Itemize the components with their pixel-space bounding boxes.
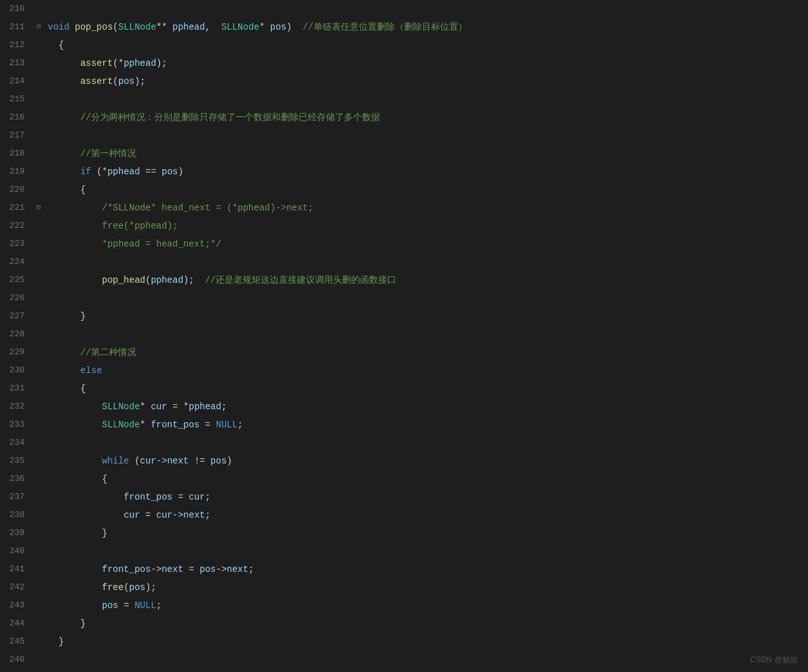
line-number: 245 <box>0 633 32 651</box>
line-content: { <box>45 181 808 199</box>
line-content: front_pos->next = pos->next; <box>45 560 808 578</box>
line-content: //第一种情况 <box>45 145 808 163</box>
code-line: 230 else <box>0 361 808 380</box>
fold-button[interactable]: ⊟ <box>32 18 45 36</box>
line-number: 220 <box>0 181 32 199</box>
line-content: /*SLLNode* head_next = (*pphead)->next; <box>45 199 808 217</box>
line-content: { <box>45 380 808 398</box>
code-line: 227 } <box>0 307 808 325</box>
line-content: free(pos); <box>45 578 808 596</box>
line-number: 240 <box>0 542 32 560</box>
code-line: 229 //第二种情况 <box>0 343 808 361</box>
line-content: } <box>45 307 808 325</box>
line-content: void pop_pos(SLLNode** pphead, SLLNode* … <box>45 18 808 36</box>
line-content: cur = cur->next; <box>45 506 808 524</box>
line-content: *pphead = head_next;*/ <box>45 235 808 253</box>
code-line: 232 SLLNode* cur = *pphead; <box>0 398 808 416</box>
line-content: free(*pphead); <box>45 217 808 235</box>
line-number: 210 <box>0 0 32 18</box>
code-line: 225 pop_head(pphead); //还是老规矩这边直接建议调用头删的… <box>0 271 808 289</box>
line-number: 216 <box>0 108 32 127</box>
code-line: 214 assert(pos); <box>0 72 808 90</box>
line-number: 225 <box>0 271 32 289</box>
line-number: 233 <box>0 416 32 434</box>
code-line: 231 { <box>0 380 808 398</box>
code-line: 243 pos = NULL; <box>0 596 808 615</box>
line-number: 236 <box>0 470 32 488</box>
line-content: //分为两种情况：分别是删除只存储了一个数据和删除已经存储了多个数据 <box>45 108 808 127</box>
code-line: 210 <box>0 0 808 18</box>
code-line: 219 if (*pphead == pos) <box>0 163 808 181</box>
line-content: pop_head(pphead); //还是老规矩这边直接建议调用头删的函数接口 <box>45 271 808 289</box>
line-content: { <box>45 36 808 54</box>
line-number: 222 <box>0 217 32 235</box>
line-number: 229 <box>0 343 32 361</box>
code-line: 246 <box>0 651 808 669</box>
line-number: 242 <box>0 578 32 596</box>
line-content: if (*pphead == pos) <box>45 163 808 181</box>
fold-button[interactable]: ⊟ <box>32 199 45 217</box>
line-number: 235 <box>0 452 32 470</box>
code-line: 245 } <box>0 633 808 651</box>
code-line: 237 front_pos = cur; <box>0 488 808 506</box>
code-line: 218 //第一种情况 <box>0 145 808 163</box>
code-line: 242 free(pos); <box>0 578 808 596</box>
line-number: 213 <box>0 54 32 72</box>
line-number: 219 <box>0 163 32 181</box>
line-number: 238 <box>0 506 32 524</box>
code-line: 223 *pphead = head_next;*/ <box>0 235 808 253</box>
code-line: 236 { <box>0 470 808 488</box>
line-number: 231 <box>0 380 32 398</box>
line-content: } <box>45 524 808 542</box>
code-line: 241 front_pos->next = pos->next; <box>0 560 808 578</box>
line-number: 237 <box>0 488 32 506</box>
line-content: //第二种情况 <box>45 343 808 361</box>
line-number: 221 <box>0 199 32 217</box>
code-line: 216 //分为两种情况：分别是删除只存储了一个数据和删除已经存储了多个数据 <box>0 108 808 127</box>
line-content: } <box>45 615 808 633</box>
code-line: 238 cur = cur->next; <box>0 506 808 524</box>
line-number: 226 <box>0 289 32 307</box>
line-number: 217 <box>0 127 32 145</box>
line-content: assert(*pphead); <box>45 54 808 72</box>
line-number: 215 <box>0 90 32 108</box>
code-line: 235 while (cur->next != pos) <box>0 452 808 470</box>
line-content: } <box>45 633 808 651</box>
code-line: 233 SLLNode* front_pos = NULL; <box>0 416 808 434</box>
line-number: 230 <box>0 361 32 380</box>
line-number: 224 <box>0 253 32 271</box>
line-number: 246 <box>0 651 32 669</box>
line-content: SLLNode* cur = *pphead; <box>45 398 808 416</box>
line-number: 211 <box>0 18 32 36</box>
line-number: 243 <box>0 596 32 615</box>
code-line: 222 free(*pphead); <box>0 217 808 235</box>
line-content: SLLNode* front_pos = NULL; <box>45 416 808 434</box>
code-line: 212 { <box>0 36 808 54</box>
line-content: assert(pos); <box>45 72 808 90</box>
code-line: 244 } <box>0 615 808 633</box>
line-content: { <box>45 470 808 488</box>
line-content: else <box>45 361 808 380</box>
code-editor: 210 211 ⊟ void pop_pos(SLLNode** pphead,… <box>0 0 808 672</box>
line-number: 234 <box>0 434 32 452</box>
line-number: 239 <box>0 524 32 542</box>
code-line: 228 <box>0 325 808 343</box>
line-number: 232 <box>0 398 32 416</box>
code-line: 217 <box>0 127 808 145</box>
line-number: 223 <box>0 235 32 253</box>
line-number: 227 <box>0 307 32 325</box>
line-number: 214 <box>0 72 32 90</box>
code-line: 215 <box>0 90 808 108</box>
line-number: 228 <box>0 325 32 343</box>
line-content: while (cur->next != pos) <box>45 452 808 470</box>
line-number: 241 <box>0 560 32 578</box>
line-number: 218 <box>0 145 32 163</box>
code-line: 220 { <box>0 181 808 199</box>
code-line: 226 <box>0 289 808 307</box>
code-line: 221 ⊟ /*SLLNode* head_next = (*pphead)->… <box>0 199 808 217</box>
line-content: pos = NULL; <box>45 596 808 615</box>
line-number: 212 <box>0 36 32 54</box>
code-line: 224 <box>0 253 808 271</box>
code-line: 213 assert(*pphead); <box>0 54 808 72</box>
line-content: front_pos = cur; <box>45 488 808 506</box>
